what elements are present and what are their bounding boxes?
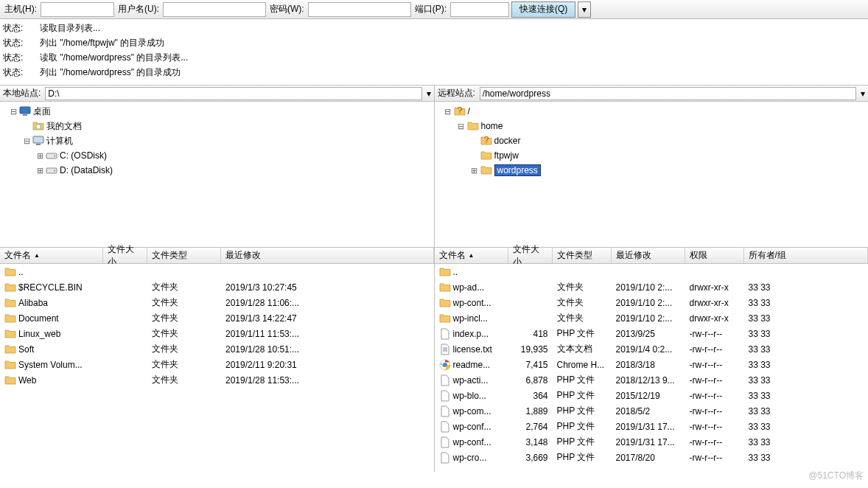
file-size: 19,935: [508, 344, 553, 355]
quick-connect-button[interactable]: 快速连接(Q): [511, 1, 575, 18]
tree-label: wordpress: [494, 164, 541, 176]
expand-toggle[interactable]: ⊟: [442, 107, 454, 116]
file-name: Document: [18, 313, 59, 324]
col-perm[interactable]: 权限: [685, 248, 744, 263]
user-input[interactable]: [163, 2, 266, 17]
local-tree[interactable]: ⊟桌面我的文档⊟计算机⊞C: (OSDisk)⊞D: (DataDisk): [0, 102, 434, 247]
remote-site-input[interactable]: [480, 87, 856, 100]
local-site-dropdown[interactable]: ▾: [424, 88, 434, 99]
pass-label: 密码(W):: [268, 3, 306, 15]
file-row[interactable]: wp-blo...364PHP 文件2015/12/19-rw-r--r--33…: [435, 388, 869, 403]
file-row[interactable]: Web文件夹2019/1/28 11:53:...: [0, 372, 434, 388]
file-row[interactable]: wp-com...1,889PHP 文件2018/5/2-rw-r--r--33…: [435, 403, 869, 419]
file-row[interactable]: license.txt19,935文本文档2019/1/4 0:2...-rw-…: [435, 341, 869, 357]
file-row[interactable]: wp-acti...6,878PHP 文件2018/12/13 9...-rw-…: [435, 372, 869, 388]
svg-rect-3: [33, 136, 43, 143]
file-type: 文件夹: [147, 312, 221, 324]
tree-item[interactable]: ⊟home: [438, 119, 866, 133]
remote-tree[interactable]: ⊟?/⊟home?dockerftpwjw⊞wordpress: [435, 102, 869, 247]
file-row[interactable]: $RECYCLE.BIN文件夹2019/1/3 10:27:45: [0, 279, 434, 295]
expand-toggle[interactable]: ⊟: [7, 107, 19, 116]
file-icon: [439, 390, 451, 402]
file-row[interactable]: readme...7,415Chrome H...2018/3/18-rw-r-…: [435, 357, 869, 372]
svg-rect-4: [36, 144, 41, 145]
file-name: wp-incl...: [453, 313, 488, 324]
file-row[interactable]: ..: [435, 264, 869, 279]
folder-icon: [480, 164, 492, 176]
connection-toolbar: 主机(H): 用户名(U): 密码(W): 端口(P): 快速连接(Q) ▾: [0, 0, 868, 19]
file-size: 418: [508, 329, 553, 339]
file-owner: 33 33: [744, 437, 869, 447]
file-name: wp-blo...: [453, 391, 486, 401]
tree-item[interactable]: ftpwjw: [438, 148, 866, 163]
file-row[interactable]: wp-conf...2,764PHP 文件2019/1/31 17...-rw-…: [435, 419, 869, 434]
file-name: readme...: [453, 360, 491, 370]
col-modified[interactable]: 最近修改: [221, 248, 434, 263]
local-site-input[interactable]: [45, 87, 421, 100]
file-owner: 33 33: [744, 360, 869, 370]
tree-item[interactable]: 我的文档: [3, 119, 431, 133]
tree-label: docker: [494, 136, 521, 146]
expand-toggle[interactable]: ⊟: [21, 136, 32, 146]
expand-toggle[interactable]: ⊞: [469, 166, 480, 175]
col-modified[interactable]: 最近修改: [612, 248, 685, 263]
tree-item[interactable]: ⊟计算机: [3, 133, 431, 148]
file-perm: -rw-r--r--: [685, 329, 744, 339]
file-type: PHP 文件: [553, 451, 612, 464]
port-label: 端口(P):: [413, 3, 448, 15]
remote-site-dropdown[interactable]: ▾: [858, 88, 868, 99]
col-type[interactable]: 文件类型: [553, 248, 612, 263]
file-row[interactable]: System Volum...文件夹2019/2/11 9:20:31: [0, 357, 434, 372]
file-row[interactable]: wp-conf...3,148PHP 文件2019/1/31 17...-rw-…: [435, 434, 869, 450]
file-type: 文件夹: [147, 358, 221, 371]
expand-toggle[interactable]: ⊞: [34, 166, 46, 175]
file-modified: 2019/1/28 10:51:...: [221, 344, 434, 355]
file-row[interactable]: Soft文件夹2019/1/28 10:51:...: [0, 341, 434, 357]
folder-icon: [467, 120, 479, 132]
file-row[interactable]: index.p...418PHP 文件2013/9/25-rw-r--r--33…: [435, 326, 869, 341]
password-input[interactable]: [308, 2, 411, 17]
svg-point-6: [54, 156, 55, 157]
col-name[interactable]: 文件名 ▲: [435, 248, 508, 263]
file-modified: 2018/12/13 9...: [612, 375, 685, 386]
file-owner: 33 33: [744, 313, 869, 324]
file-row[interactable]: wp-incl...文件夹2019/1/10 2:...drwxr-xr-x33…: [435, 310, 869, 326]
file-row[interactable]: Linux_web文件夹2019/1/11 11:53:...: [0, 326, 434, 341]
folder-icon: [439, 313, 451, 324]
svg-rect-2: [36, 125, 41, 129]
col-size[interactable]: 文件大小: [508, 248, 553, 263]
port-input[interactable]: [450, 2, 509, 17]
host-input[interactable]: [41, 2, 114, 17]
col-name[interactable]: 文件名 ▲: [0, 248, 103, 263]
status-log[interactable]: 状态:读取目录列表...状态:列出 "/home/ftpwjw" 的目录成功状态…: [0, 19, 868, 86]
expand-toggle[interactable]: ⊞: [34, 151, 46, 161]
file-row[interactable]: wp-ad...文件夹2019/1/10 2:...drwxr-xr-x33 3…: [435, 279, 869, 295]
file-perm: -rw-r--r--: [685, 375, 744, 386]
tree-item[interactable]: ?docker: [438, 133, 866, 148]
file-row[interactable]: wp-cro...3,669PHP 文件2017/8/20-rw-r--r--3…: [435, 450, 869, 465]
file-row[interactable]: Alibaba文件夹2019/1/28 11:06:...: [0, 295, 434, 310]
file-size: 6,878: [508, 375, 553, 386]
col-type[interactable]: 文件类型: [147, 248, 221, 263]
expand-toggle[interactable]: ⊟: [455, 122, 467, 131]
file-type: 文件夹: [553, 312, 612, 324]
file-row[interactable]: Document文件夹2019/1/3 14:22:47: [0, 310, 434, 326]
local-list-rows[interactable]: ..$RECYCLE.BIN文件夹2019/1/3 10:27:45Alibab…: [0, 264, 434, 472]
tree-item[interactable]: ⊞C: (OSDisk): [3, 148, 431, 163]
file-row[interactable]: wp-cont...文件夹2019/1/10 2:...drwxr-xr-x33…: [435, 295, 869, 310]
tree-item[interactable]: ⊞D: (DataDisk): [3, 163, 431, 178]
file-perm: drwxr-xr-x: [685, 298, 744, 308]
tree-item[interactable]: ⊟桌面: [3, 104, 431, 119]
file-row[interactable]: ..: [0, 264, 434, 279]
quick-connect-dropdown[interactable]: ▾: [578, 1, 591, 18]
col-owner[interactable]: 所有者/组: [744, 248, 869, 263]
file-modified: 2019/1/31 17...: [612, 422, 685, 432]
col-size[interactable]: 文件大小: [103, 248, 147, 263]
file-name: System Volum...: [18, 360, 83, 370]
file-modified: 2018/5/2: [612, 406, 685, 416]
tree-item[interactable]: ⊞wordpress: [438, 163, 866, 178]
folder-icon: [4, 266, 16, 278]
remote-list-rows[interactable]: ..wp-ad...文件夹2019/1/10 2:...drwxr-xr-x33…: [435, 264, 869, 472]
tree-item[interactable]: ⊟?/: [438, 104, 866, 119]
file-size: 2,764: [508, 422, 553, 432]
